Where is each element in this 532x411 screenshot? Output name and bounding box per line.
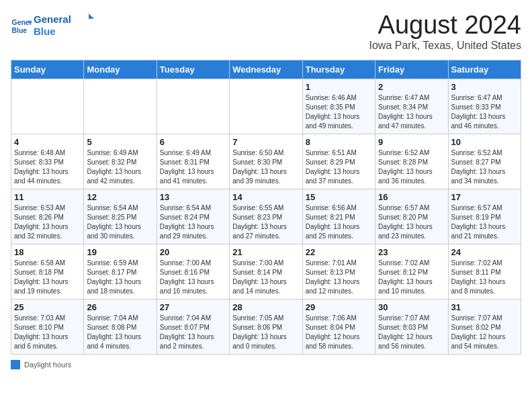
logo-icon: General Blue xyxy=(11,15,32,37)
day-number: 1 xyxy=(306,82,372,92)
col-header-thursday: Thursday xyxy=(302,60,375,79)
day-number: 13 xyxy=(160,192,226,202)
week-row-1: 4Sunrise: 6:48 AM Sunset: 8:33 PM Daylig… xyxy=(11,134,521,189)
calendar-cell xyxy=(157,79,229,134)
day-number: 9 xyxy=(378,137,445,147)
day-number: 21 xyxy=(232,247,299,257)
day-number: 28 xyxy=(232,302,299,312)
day-info: Sunrise: 7:05 AM Sunset: 8:06 PM Dayligh… xyxy=(232,314,299,351)
col-header-tuesday: Tuesday xyxy=(157,60,229,79)
day-number: 29 xyxy=(306,302,372,312)
day-info: Sunrise: 7:06 AM Sunset: 8:04 PM Dayligh… xyxy=(306,314,372,351)
day-number: 27 xyxy=(160,302,226,312)
day-info: Sunrise: 6:49 AM Sunset: 8:32 PM Dayligh… xyxy=(87,148,153,186)
day-info: Sunrise: 6:58 AM Sunset: 8:18 PM Dayligh… xyxy=(14,259,81,296)
week-row-2: 11Sunrise: 6:53 AM Sunset: 8:26 PM Dayli… xyxy=(11,189,521,244)
legend-box xyxy=(11,360,20,369)
day-info: Sunrise: 6:47 AM Sunset: 8:33 PM Dayligh… xyxy=(451,93,518,131)
day-info: Sunrise: 7:04 AM Sunset: 8:07 PM Dayligh… xyxy=(160,314,226,351)
day-number: 5 xyxy=(87,137,153,147)
calendar-cell: 17Sunrise: 6:57 AM Sunset: 8:19 PM Dayli… xyxy=(448,189,521,244)
day-number: 22 xyxy=(306,247,372,257)
calendar-cell: 18Sunrise: 6:58 AM Sunset: 8:18 PM Dayli… xyxy=(11,244,84,300)
day-info: Sunrise: 6:53 AM Sunset: 8:26 PM Dayligh… xyxy=(14,203,81,241)
calendar-cell: 23Sunrise: 7:02 AM Sunset: 8:12 PM Dayli… xyxy=(375,244,448,300)
calendar-cell xyxy=(11,79,84,134)
calendar-cell: 8Sunrise: 6:51 AM Sunset: 8:29 PM Daylig… xyxy=(302,134,375,189)
calendar-cell xyxy=(84,79,157,134)
calendar-cell: 7Sunrise: 6:50 AM Sunset: 8:30 PM Daylig… xyxy=(230,134,302,189)
page-title: August 2024 xyxy=(369,11,521,40)
calendar-cell: 20Sunrise: 7:00 AM Sunset: 8:16 PM Dayli… xyxy=(157,244,229,300)
day-number: 23 xyxy=(378,247,445,257)
calendar-cell: 22Sunrise: 7:01 AM Sunset: 8:13 PM Dayli… xyxy=(302,244,375,300)
day-info: Sunrise: 7:00 AM Sunset: 8:16 PM Dayligh… xyxy=(160,259,226,296)
col-header-saturday: Saturday xyxy=(448,60,521,79)
day-number: 15 xyxy=(306,192,372,202)
day-info: Sunrise: 6:50 AM Sunset: 8:30 PM Dayligh… xyxy=(232,148,299,186)
footer: Daylight hours xyxy=(11,360,521,369)
day-info: Sunrise: 7:00 AM Sunset: 8:14 PM Dayligh… xyxy=(232,259,299,296)
day-info: Sunrise: 6:54 AM Sunset: 8:25 PM Dayligh… xyxy=(87,203,153,241)
day-info: Sunrise: 7:07 AM Sunset: 8:03 PM Dayligh… xyxy=(378,314,445,351)
calendar-cell: 6Sunrise: 6:49 AM Sunset: 8:31 PM Daylig… xyxy=(157,134,229,189)
day-info: Sunrise: 6:57 AM Sunset: 8:20 PM Dayligh… xyxy=(378,203,445,241)
day-number: 3 xyxy=(451,82,518,92)
day-info: Sunrise: 6:57 AM Sunset: 8:19 PM Dayligh… xyxy=(451,203,518,241)
week-row-3: 18Sunrise: 6:58 AM Sunset: 8:18 PM Dayli… xyxy=(11,244,521,300)
day-info: Sunrise: 6:47 AM Sunset: 8:34 PM Dayligh… xyxy=(378,93,445,131)
header: General Blue General Blue August 2024 Io… xyxy=(11,11,521,52)
calendar-cell: 15Sunrise: 6:56 AM Sunset: 8:21 PM Dayli… xyxy=(302,189,375,244)
calendar-cell: 29Sunrise: 7:06 AM Sunset: 8:04 PM Dayli… xyxy=(302,300,375,355)
day-number: 16 xyxy=(378,192,445,202)
day-number: 11 xyxy=(14,192,81,202)
svg-marker-5 xyxy=(89,13,94,19)
page-subtitle: Iowa Park, Texas, United States xyxy=(369,40,521,52)
calendar-cell: 31Sunrise: 7:07 AM Sunset: 8:02 PM Dayli… xyxy=(448,300,521,355)
day-number: 30 xyxy=(378,302,445,312)
calendar-cell: 11Sunrise: 6:53 AM Sunset: 8:26 PM Dayli… xyxy=(11,189,84,244)
day-info: Sunrise: 6:52 AM Sunset: 8:28 PM Dayligh… xyxy=(378,148,445,186)
col-header-wednesday: Wednesday xyxy=(230,60,302,79)
day-number: 20 xyxy=(160,247,226,257)
calendar-cell: 3Sunrise: 6:47 AM Sunset: 8:33 PM Daylig… xyxy=(448,79,521,134)
calendar-cell: 27Sunrise: 7:04 AM Sunset: 8:07 PM Dayli… xyxy=(157,300,229,355)
day-info: Sunrise: 6:55 AM Sunset: 8:23 PM Dayligh… xyxy=(232,203,299,241)
day-number: 4 xyxy=(14,137,81,147)
day-info: Sunrise: 7:07 AM Sunset: 8:02 PM Dayligh… xyxy=(451,314,518,351)
title-area: August 2024 Iowa Park, Texas, United Sta… xyxy=(369,11,521,52)
day-number: 12 xyxy=(87,192,153,202)
calendar-cell: 30Sunrise: 7:07 AM Sunset: 8:03 PM Dayli… xyxy=(375,300,448,355)
calendar-cell: 4Sunrise: 6:48 AM Sunset: 8:33 PM Daylig… xyxy=(11,134,84,189)
day-info: Sunrise: 6:54 AM Sunset: 8:24 PM Dayligh… xyxy=(160,203,226,241)
calendar-cell: 16Sunrise: 6:57 AM Sunset: 8:20 PM Dayli… xyxy=(375,189,448,244)
day-info: Sunrise: 7:01 AM Sunset: 8:13 PM Dayligh… xyxy=(306,259,372,296)
day-number: 24 xyxy=(451,247,518,257)
calendar-cell: 14Sunrise: 6:55 AM Sunset: 8:23 PM Dayli… xyxy=(230,189,302,244)
week-row-0: 1Sunrise: 6:46 AM Sunset: 8:35 PM Daylig… xyxy=(11,79,521,134)
col-header-monday: Monday xyxy=(84,60,157,79)
day-number: 6 xyxy=(160,137,226,147)
svg-text:General: General xyxy=(34,13,71,25)
day-number: 26 xyxy=(87,302,153,312)
day-number: 2 xyxy=(378,82,445,92)
week-row-4: 25Sunrise: 7:03 AM Sunset: 8:10 PM Dayli… xyxy=(11,300,521,355)
calendar-cell: 24Sunrise: 7:02 AM Sunset: 8:11 PM Dayli… xyxy=(448,244,521,300)
calendar-cell: 10Sunrise: 6:52 AM Sunset: 8:27 PM Dayli… xyxy=(448,134,521,189)
svg-text:Blue: Blue xyxy=(34,26,56,37)
calendar-cell: 2Sunrise: 6:47 AM Sunset: 8:34 PM Daylig… xyxy=(375,79,448,134)
calendar-cell xyxy=(230,79,302,134)
day-info: Sunrise: 6:48 AM Sunset: 8:33 PM Dayligh… xyxy=(14,148,81,186)
day-info: Sunrise: 6:49 AM Sunset: 8:31 PM Dayligh… xyxy=(160,148,226,186)
day-info: Sunrise: 6:52 AM Sunset: 8:27 PM Dayligh… xyxy=(451,148,518,186)
day-number: 18 xyxy=(14,247,81,257)
col-header-friday: Friday xyxy=(375,60,448,79)
day-number: 25 xyxy=(14,302,81,312)
calendar-cell: 1Sunrise: 6:46 AM Sunset: 8:35 PM Daylig… xyxy=(302,79,375,134)
day-number: 31 xyxy=(451,302,518,312)
svg-text:Blue: Blue xyxy=(12,27,28,34)
calendar-cell: 26Sunrise: 7:04 AM Sunset: 8:08 PM Dayli… xyxy=(84,300,157,355)
calendar-table: SundayMondayTuesdayWednesdayThursdayFrid… xyxy=(11,60,521,355)
day-number: 19 xyxy=(87,247,153,257)
calendar-cell: 12Sunrise: 6:54 AM Sunset: 8:25 PM Dayli… xyxy=(84,189,157,244)
